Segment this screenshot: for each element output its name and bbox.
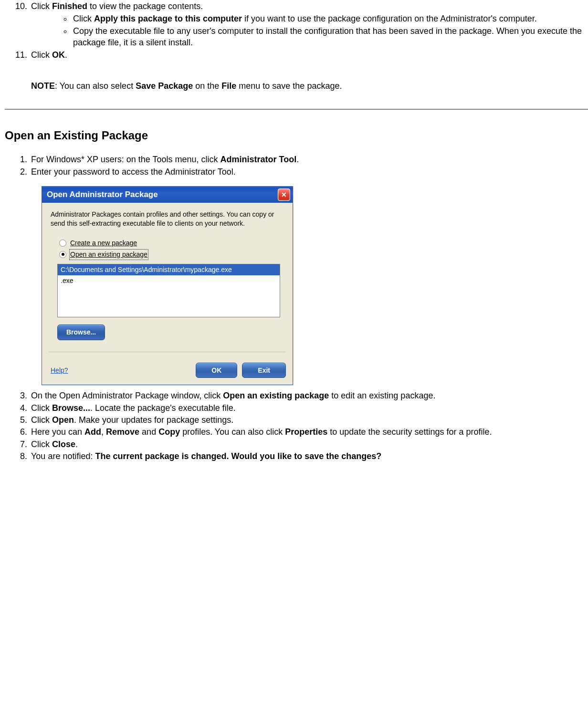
- text: Click: [31, 403, 52, 413]
- bold-text: OK: [52, 50, 65, 60]
- step-10: Click Finished to view the package conte…: [30, 0, 588, 48]
- file-listbox[interactable]: C:\Documents and Settings\Administrator\…: [57, 264, 280, 317]
- radio-open-existing[interactable]: Open an existing package: [59, 250, 284, 259]
- step-11: Click OK. NOTE: You can also select Save…: [30, 49, 588, 92]
- text: to update the security settings for a pr…: [327, 427, 492, 437]
- radio-icon: [59, 251, 66, 258]
- bold-text: Open an existing package: [223, 391, 329, 400]
- text: . Locate the package's executable file.: [90, 403, 236, 413]
- text: Click: [31, 439, 52, 449]
- text: You are notified:: [31, 451, 95, 461]
- note-label: NOTE: [31, 81, 55, 91]
- bold-text: Save Package: [136, 81, 193, 91]
- dialog-body: Administrator Packages contain profiles …: [42, 203, 293, 357]
- bold-text: The current package is changed. Would yo…: [95, 451, 381, 461]
- dialog-window: Open Administrator Package ✕ Administrat…: [42, 186, 293, 385]
- exit-button[interactable]: Exit: [242, 363, 286, 378]
- text: : You can also select: [55, 81, 136, 91]
- text: if you want to use the package configura…: [242, 14, 537, 23]
- close-icon: ✕: [281, 190, 287, 199]
- text: .: [296, 155, 299, 164]
- text: profiles. You can also click: [180, 427, 285, 437]
- browse-button[interactable]: Browse...: [57, 324, 105, 340]
- radio-icon: [59, 240, 66, 247]
- dialog-footer: Help? OK Exit: [42, 358, 293, 385]
- radio-label: Create a new package: [70, 239, 137, 248]
- bold-text: Open: [52, 415, 74, 425]
- dialog-title: Open Administrator Package: [47, 189, 158, 200]
- bold-text: Close: [52, 439, 75, 449]
- step-5: Click Open. Make your updates for packag…: [30, 414, 588, 426]
- text: on the: [193, 81, 221, 91]
- step-2: Enter your password to access the Admini…: [30, 166, 588, 178]
- dialog-titlebar[interactable]: Open Administrator Package ✕: [42, 187, 293, 203]
- separator: [49, 352, 286, 352]
- ok-button[interactable]: OK: [196, 363, 237, 378]
- step-3: On the Open Administrator Package window…: [30, 390, 588, 401]
- text: Click: [31, 50, 52, 60]
- step-8: You are notified: The current package is…: [30, 450, 588, 462]
- bullet-item: Copy the executable file to any user's c…: [72, 25, 588, 49]
- bold-text: File: [221, 81, 236, 91]
- text: For Windows* XP users: on the Tools menu…: [31, 155, 220, 164]
- bold-text: Properties: [285, 427, 327, 437]
- step-4: Click Browse.... Locate the package's ex…: [30, 402, 588, 414]
- text: . Make your updates for package settings…: [74, 415, 233, 425]
- close-button[interactable]: ✕: [278, 188, 290, 201]
- text: and: [139, 427, 158, 437]
- bold-text: Finished: [52, 1, 87, 11]
- dialog-screenshot: Open Administrator Package ✕ Administrat…: [42, 186, 588, 385]
- text: Click: [31, 1, 52, 11]
- bold-text: Browse...: [52, 403, 90, 413]
- step-1: For Windows* XP users: on the Tools menu…: [30, 154, 588, 165]
- text: menu to save the package.: [236, 81, 342, 91]
- text: Click: [73, 14, 94, 23]
- section-heading: Open an Existing Package: [5, 128, 588, 143]
- bullet-item: Click Apply this package to this compute…: [72, 13, 588, 24]
- text: On the Open Administrator Package window…: [31, 391, 223, 400]
- text: .: [65, 50, 67, 60]
- file-row[interactable]: .exe: [58, 275, 280, 286]
- radio-group: Create a new package Open an existing pa…: [59, 239, 284, 259]
- bold-text: Apply this package to this computer: [94, 14, 242, 23]
- text: ,: [101, 427, 106, 437]
- text: to edit an existing package.: [329, 391, 435, 400]
- text: to view the package contents.: [87, 1, 203, 11]
- dialog-description: Administrator Packages contain profiles …: [51, 210, 284, 228]
- bold-text: Copy: [158, 427, 180, 437]
- file-row-selected[interactable]: C:\Documents and Settings\Administrator\…: [58, 264, 280, 275]
- text: .: [75, 439, 78, 449]
- help-link[interactable]: Help?: [51, 366, 68, 375]
- note-block: NOTE: You can also select Save Package o…: [31, 68, 588, 92]
- section-divider: [5, 109, 588, 110]
- bold-text: Remove: [106, 427, 139, 437]
- step-6: Here you can Add, Remove and Copy profil…: [30, 426, 588, 438]
- bold-text: Add: [84, 427, 101, 437]
- radio-label: Open an existing package: [70, 250, 147, 259]
- text: Click: [31, 415, 52, 425]
- text: Copy the executable file to any user's c…: [73, 26, 582, 47]
- text: Here you can: [31, 427, 84, 437]
- bold-text: Administrator Tool: [220, 155, 297, 164]
- step-7: Click Close.: [30, 439, 588, 450]
- radio-create-new[interactable]: Create a new package: [59, 239, 284, 248]
